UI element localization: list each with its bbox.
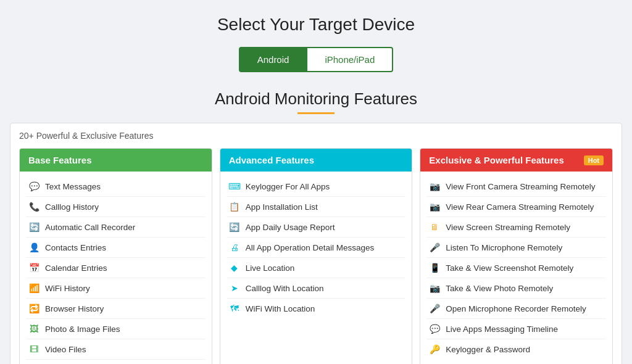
feature-label: Take & View Photo Remotely bbox=[446, 284, 553, 293]
column-exclusive: Exclusive & Powerful Features Hot 📷 View… bbox=[420, 148, 613, 364]
wifi-icon: 📶 bbox=[28, 283, 40, 294]
screenshot-icon: 📱 bbox=[429, 262, 440, 273]
list-item: ⌨ Keylogger For All Apps bbox=[227, 176, 406, 197]
microphone-recorder-icon: 🎤 bbox=[429, 303, 440, 314]
list-item: 🔄 App Daily Usage Report bbox=[227, 217, 406, 238]
feature-label: Live Location bbox=[246, 263, 295, 273]
column-header-advanced: Advanced Features bbox=[220, 149, 412, 172]
feature-label: View Screen Streaming Remotely bbox=[446, 223, 570, 232]
feature-label: WiFi With Location bbox=[246, 304, 315, 313]
location-icon: ◆ bbox=[229, 262, 240, 273]
feature-label: App Installation List bbox=[246, 202, 318, 212]
features-container: 20+ Powerful & Exclusive Features Base F… bbox=[10, 123, 622, 364]
feature-label: Take & View Screenshot Remotely bbox=[446, 263, 573, 273]
list-item: 📶 WiFi History bbox=[26, 278, 206, 299]
list-item: 📞 Calllog History bbox=[26, 197, 206, 217]
list-item: ➤ Calllog With Location bbox=[227, 278, 406, 299]
list-item: 🖼 Photo & Image Files bbox=[26, 319, 206, 339]
list-item: 💬 Text Messages bbox=[26, 176, 206, 197]
front-camera-icon: 📷 bbox=[429, 181, 440, 192]
feature-label: Contacts Entries bbox=[45, 243, 106, 252]
list-item: 🎤 Open Microphone Recorder Remotely bbox=[426, 299, 606, 319]
phone-icon: 📞 bbox=[28, 201, 40, 212]
column-body-base: 💬 Text Messages 📞 Calllog History 🔄 Auto… bbox=[20, 172, 212, 364]
feature-label: Text Messages bbox=[45, 182, 101, 191]
browser-icon: 🔁 bbox=[28, 303, 40, 314]
feature-label: WiFi History bbox=[45, 284, 90, 293]
keyboard-icon: ⌨ bbox=[229, 181, 240, 192]
list-item: 📱 Take & View Screenshot Remotely bbox=[426, 258, 606, 278]
column-header-base: Base Features bbox=[20, 149, 212, 172]
feature-label: Calllog History bbox=[45, 202, 99, 212]
feature-label: Listen To Microphone Remotely bbox=[446, 243, 562, 252]
exclusive-header-label: Exclusive & Powerful Features bbox=[429, 155, 563, 165]
feature-label: All App Operation Detail Messages bbox=[246, 243, 375, 252]
feature-label: Photo & Image Files bbox=[45, 325, 120, 334]
feature-label: Browser History bbox=[45, 304, 104, 313]
feature-label: Open Microphone Recorder Remotely bbox=[446, 304, 586, 313]
column-base: Base Features 💬 Text Messages 📞 Calllog … bbox=[19, 148, 212, 364]
chat-icon: 💬 bbox=[28, 181, 40, 192]
list-item: 🔄 Automatic Call Recorder bbox=[26, 217, 206, 238]
list-item: 🔁 Browser History bbox=[26, 299, 206, 319]
keylogger-password-icon: 🔑 bbox=[429, 344, 440, 355]
calendar-icon: 📅 bbox=[28, 262, 40, 273]
feature-label: View Front Camera Streaming Remotely bbox=[446, 182, 595, 191]
feature-label: Live Apps Messaging Timeline bbox=[446, 325, 558, 334]
list-item: 📷 View Rear Camera Streaming Remotely bbox=[426, 197, 606, 217]
contacts-icon: 👤 bbox=[28, 242, 40, 253]
column-body-advanced: ⌨ Keylogger For All Apps 📋 App Installat… bbox=[220, 172, 412, 323]
calllog-location-icon: ➤ bbox=[229, 283, 240, 294]
feature-label: Keylogger For All Apps bbox=[246, 182, 330, 191]
feature-label: Calllog With Location bbox=[246, 284, 324, 293]
take-photo-icon: 📷 bbox=[429, 283, 440, 294]
wifi-location-icon: 🗺 bbox=[229, 303, 240, 314]
section-title: Android Monitoring Features bbox=[10, 89, 622, 109]
list-item: 🖥 View Screen Streaming Remotely bbox=[426, 217, 606, 238]
list-icon: 📋 bbox=[229, 201, 240, 212]
list-item: 🔑 Keylogger & Password bbox=[426, 339, 606, 359]
features-subtitle: 20+ Powerful & Exclusive Features bbox=[19, 131, 613, 141]
device-tab-group: Android iPhone/iPad bbox=[10, 47, 622, 72]
list-item: 📷 Take & View Photo Remotely bbox=[426, 278, 606, 299]
feature-label: View Rear Camera Streaming Remotely bbox=[446, 202, 594, 212]
rear-camera-icon: 📷 bbox=[429, 201, 440, 212]
list-item: 🖨 All App Operation Detail Messages bbox=[227, 238, 406, 258]
record-icon: 🔄 bbox=[28, 221, 40, 233]
list-item: 🎵 Audio Files bbox=[26, 360, 206, 364]
list-item: 📋 App Installation List bbox=[227, 197, 406, 217]
hot-badge: Hot bbox=[584, 155, 604, 165]
feature-label: Calendar Entries bbox=[45, 263, 107, 273]
list-item: 🎞 Video Files bbox=[26, 339, 206, 360]
list-item: 👤 Contacts Entries bbox=[26, 238, 206, 258]
list-item: 📷 View Front Camera Streaming Remotely bbox=[426, 176, 606, 197]
column-advanced: Advanced Features ⌨ Keylogger For All Ap… bbox=[220, 148, 413, 364]
photo-icon: 🖼 bbox=[28, 323, 40, 334]
microphone-listen-icon: 🎤 bbox=[429, 242, 440, 253]
list-item: 📅 Calendar Entries bbox=[26, 258, 206, 278]
feature-label: App Daily Usage Report bbox=[246, 223, 335, 232]
columns-wrapper: Base Features 💬 Text Messages 📞 Calllog … bbox=[19, 148, 613, 364]
list-item: 🎤 Listen To Microphone Remotely bbox=[426, 238, 606, 258]
page-title: Select Your Target Device bbox=[10, 15, 622, 35]
list-item: 💬 Live Apps Messaging Timeline bbox=[426, 319, 606, 339]
column-header-exclusive: Exclusive & Powerful Features Hot bbox=[420, 149, 612, 172]
list-item: ◆ Live Location bbox=[227, 258, 406, 278]
feature-label: Automatic Call Recorder bbox=[45, 223, 135, 232]
list-item: 🗺 WiFi With Location bbox=[227, 299, 406, 318]
tab-iphone[interactable]: iPhone/iPad bbox=[307, 47, 393, 72]
tab-android[interactable]: Android bbox=[239, 47, 308, 72]
column-body-exclusive: 📷 View Front Camera Streaming Remotely 📷… bbox=[420, 172, 612, 364]
messaging-timeline-icon: 💬 bbox=[429, 323, 440, 334]
messages-icon: 🖨 bbox=[229, 242, 240, 253]
section-underline bbox=[297, 112, 335, 114]
video-icon: 🎞 bbox=[28, 344, 40, 355]
feature-label: Keylogger & Password bbox=[446, 345, 530, 354]
screen-icon: 🖥 bbox=[429, 221, 440, 233]
usage-icon: 🔄 bbox=[229, 221, 240, 233]
feature-label: Video Files bbox=[45, 345, 86, 354]
